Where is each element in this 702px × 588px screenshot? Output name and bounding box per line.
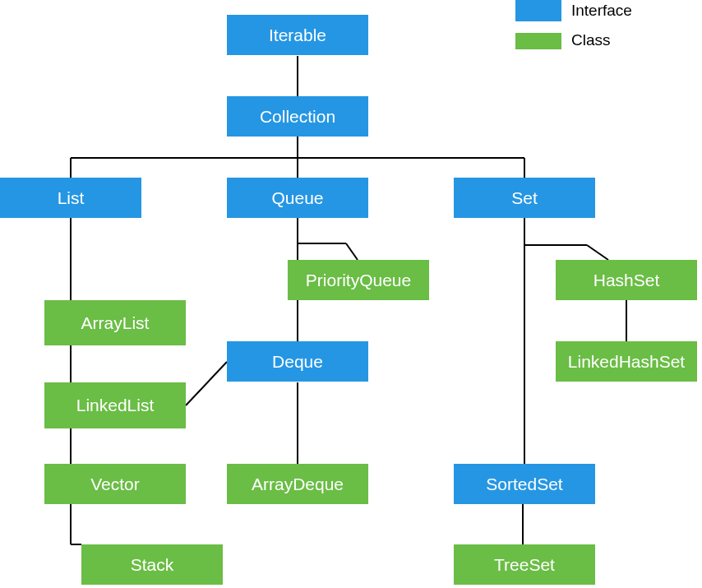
node-vector: Vector bbox=[44, 464, 186, 504]
svg-line-10 bbox=[186, 362, 227, 405]
legend-interface-label: Interface bbox=[571, 2, 632, 20]
node-list: List bbox=[0, 178, 141, 218]
svg-line-14 bbox=[587, 245, 608, 260]
node-hashset: HashSet bbox=[556, 260, 697, 300]
node-sortedset: SortedSet bbox=[454, 464, 595, 504]
node-collection: Collection bbox=[227, 96, 368, 137]
node-arraydeque: ArrayDeque bbox=[227, 464, 368, 504]
legend-class-label: Class bbox=[571, 31, 611, 49]
svg-line-9 bbox=[346, 243, 358, 260]
node-stack: Stack bbox=[81, 544, 223, 585]
node-deque: Deque bbox=[227, 341, 368, 382]
node-priorityqueue: PriorityQueue bbox=[288, 260, 429, 300]
node-set: Set bbox=[454, 178, 595, 218]
node-treeset: TreeSet bbox=[454, 544, 595, 585]
node-queue: Queue bbox=[227, 178, 368, 218]
legend-class-swatch bbox=[515, 33, 561, 49]
legend-interface-swatch bbox=[515, 0, 561, 21]
node-linkedhashset: LinkedHashSet bbox=[556, 341, 697, 382]
node-arraylist: ArrayList bbox=[44, 300, 186, 345]
node-iterable: Iterable bbox=[227, 15, 368, 55]
node-linkedlist: LinkedList bbox=[44, 382, 186, 428]
